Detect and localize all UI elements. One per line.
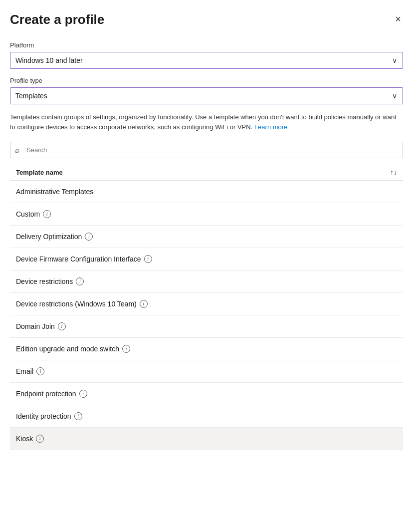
learn-more-link[interactable]: Learn more <box>254 123 287 131</box>
info-icon[interactable]: i <box>85 233 93 241</box>
info-icon[interactable]: i <box>122 345 130 353</box>
list-item[interactable]: Endpoint protection i <box>10 383 403 405</box>
platform-select[interactable]: Windows 10 and later <box>10 52 403 69</box>
template-item-name: Domain Join <box>16 322 55 330</box>
list-item[interactable]: Kiosk i <box>10 428 403 450</box>
template-item-name: Email <box>16 367 33 375</box>
template-item-name: Device restrictions (Windows 10 Team) <box>16 300 137 308</box>
template-list: Administrative Templates Custom i Delive… <box>10 181 403 450</box>
sort-icon[interactable]: ↑↓ <box>390 168 397 176</box>
template-item-name: Edition upgrade and mode switch <box>16 345 119 353</box>
list-item[interactable]: Administrative Templates <box>10 181 403 203</box>
search-wrapper: ⌕ <box>10 142 403 158</box>
info-icon[interactable]: i <box>58 322 66 330</box>
list-item[interactable]: Custom i <box>10 203 403 226</box>
template-item-name: Endpoint protection <box>16 390 76 398</box>
panel-header: Create a profile × <box>10 12 403 27</box>
profile-type-field-group: Profile type Templates <box>10 77 403 104</box>
profile-type-select-wrapper: Templates <box>10 87 403 104</box>
list-item[interactable]: Edition upgrade and mode switch i <box>10 338 403 360</box>
info-icon[interactable]: i <box>74 412 82 420</box>
info-icon[interactable]: i <box>43 210 51 218</box>
list-item[interactable]: Identity protection i <box>10 405 403 428</box>
close-button[interactable]: × <box>393 12 403 26</box>
info-icon[interactable]: i <box>144 255 152 263</box>
template-item-name: Device Firmware Configuration Interface <box>16 255 141 263</box>
page-title: Create a profile <box>10 12 104 27</box>
platform-label: Platform <box>10 41 403 49</box>
profile-type-label: Profile type <box>10 77 403 84</box>
template-item-name: Kiosk <box>16 435 33 443</box>
list-item[interactable]: Device restrictions i <box>10 270 403 293</box>
platform-select-wrapper: Windows 10 and later <box>10 52 403 69</box>
info-icon[interactable]: i <box>36 367 44 375</box>
table-header: Template name ↑↓ <box>10 164 403 181</box>
list-item[interactable]: Delivery Optimization i <box>10 226 403 248</box>
template-item-name: Device restrictions <box>16 277 73 285</box>
info-icon[interactable]: i <box>140 300 148 308</box>
template-item-name: Administrative Templates <box>16 188 93 196</box>
list-item[interactable]: Device restrictions (Windows 10 Team) i <box>10 293 403 315</box>
platform-field-group: Platform Windows 10 and later <box>10 41 403 69</box>
list-item[interactable]: Device Firmware Configuration Interface … <box>10 248 403 270</box>
template-table: Template name ↑↓ Administrative Template… <box>10 164 403 450</box>
profile-type-select[interactable]: Templates <box>10 87 403 104</box>
template-item-name: Identity protection <box>16 412 71 420</box>
template-item-name: Custom <box>16 210 40 218</box>
search-input[interactable] <box>10 142 403 158</box>
description-text: Templates contain groups of settings, or… <box>10 112 403 132</box>
info-icon[interactable]: i <box>36 435 44 443</box>
info-icon[interactable]: i <box>79 390 87 398</box>
list-item[interactable]: Domain Join i <box>10 315 403 338</box>
template-name-column-header: Template name <box>16 169 63 176</box>
template-item-name: Delivery Optimization <box>16 233 82 241</box>
list-item[interactable]: Email i <box>10 360 403 383</box>
info-icon[interactable]: i <box>76 277 84 285</box>
create-profile-panel: Create a profile × Platform Windows 10 a… <box>0 0 413 532</box>
